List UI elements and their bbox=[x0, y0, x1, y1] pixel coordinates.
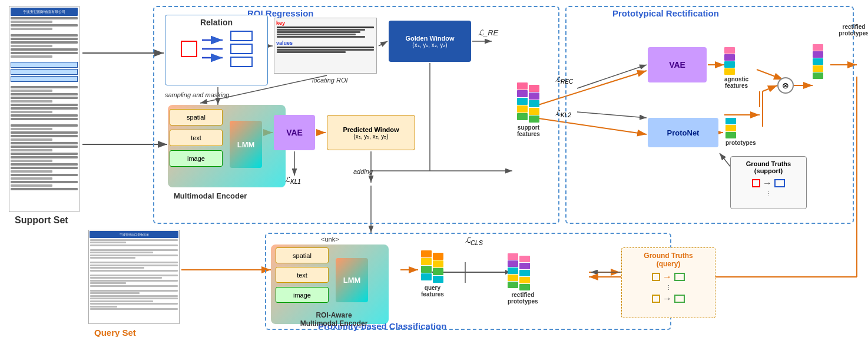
query-features-label: queryfeatures bbox=[421, 285, 444, 298]
relation-arrows-svg bbox=[202, 34, 226, 64]
vae-label-mid: VAE bbox=[286, 128, 303, 137]
roi-doc-box: key values bbox=[274, 18, 377, 74]
image-label: image bbox=[187, 155, 205, 162]
query-text-box: text bbox=[276, 267, 329, 283]
sampling-masking-label: sampling and masking bbox=[165, 91, 229, 98]
spatial-box: spatial bbox=[170, 109, 223, 125]
image-box: image bbox=[170, 150, 223, 167]
vae-box-proto: VAE bbox=[648, 47, 707, 82]
support-doc-header: 宁波安世国际物流有限公司 bbox=[11, 8, 78, 16]
rectified-proto-bottom-label: rectifiedprototypes bbox=[508, 292, 538, 305]
predicted-window-box: Predicted Window (x₁, y₁, x₂, y₂) bbox=[327, 115, 415, 150]
golden-window-label: Golden Window bbox=[406, 35, 455, 42]
query-doc-header: 宁波安世出口货物运单 bbox=[90, 231, 178, 238]
roi-aware-encoder-label: ROI-AwareMultimodal Encoder bbox=[275, 311, 393, 328]
l-kl1-label: ℒKL1 bbox=[285, 176, 301, 185]
l-cls-label: ℒCLS bbox=[465, 236, 483, 246]
prototypes-container: prototypes bbox=[725, 118, 756, 146]
relation-icons bbox=[181, 31, 253, 67]
proto-rect-title: Prototypical Rectification bbox=[612, 8, 719, 18]
proto-rect-box bbox=[565, 6, 854, 224]
roi-values-label: values bbox=[276, 40, 375, 46]
arrows-block bbox=[202, 34, 226, 64]
lmm-box-query: LMM bbox=[336, 258, 368, 302]
golden-window-coords: (x₁, y₁, x₂, y₂) bbox=[412, 42, 447, 48]
lmm-box-top: LMM bbox=[230, 121, 262, 168]
gt-support-box: Ground Truths(support) → ⋮ bbox=[730, 156, 807, 209]
predicted-window-coords: (x₁, y₁, x₂, y₂) bbox=[353, 133, 388, 140]
text-label: text bbox=[191, 134, 201, 141]
gt-support-title: Ground Truths(support) bbox=[734, 160, 803, 174]
gt-query-box: Ground Truths(query) → ⋮ → bbox=[621, 247, 715, 318]
query-spatial-label: spatial bbox=[293, 252, 312, 259]
agnostic-features-label: agnosticfeatures bbox=[724, 76, 748, 89]
l-rec-label: ℒREC bbox=[555, 75, 573, 85]
diagram-container: 宁波安世国际物流有限公司 bbox=[0, 0, 868, 337]
query-features-container: queryfeatures bbox=[421, 250, 444, 298]
predicted-window-label: Predicted Window bbox=[343, 126, 399, 133]
query-spatial-box: spatial bbox=[276, 247, 329, 263]
support-set-label: Support Set bbox=[15, 215, 68, 226]
relation-box: Relation bbox=[165, 15, 268, 85]
support-features-container: supportfeatures bbox=[517, 82, 540, 137]
locating-roi-label: locating ROI bbox=[312, 77, 348, 84]
protonet-box: ProtoNet bbox=[648, 118, 718, 147]
query-text-label: text bbox=[297, 272, 307, 279]
query-set-label: Query Set bbox=[94, 328, 136, 337]
otimes-symbol: ⊗ bbox=[777, 77, 794, 94]
support-features-label: supportfeatures bbox=[517, 124, 540, 137]
gt-query-title: Ground Truths(query) bbox=[625, 252, 711, 268]
query-image-label: image bbox=[293, 292, 311, 299]
vae-box-mid: VAE bbox=[274, 115, 315, 150]
protonet-label: ProtoNet bbox=[667, 128, 700, 137]
unk-label: <unk> bbox=[321, 236, 339, 243]
roi-key-label: key bbox=[276, 20, 375, 26]
spatial-label: spatial bbox=[187, 114, 206, 121]
vae-label-proto: VAE bbox=[669, 60, 685, 70]
rectified-proto-top-container bbox=[813, 44, 823, 79]
adding-label: adding bbox=[353, 168, 373, 175]
l-kl2-label: ℒKL2 bbox=[555, 109, 571, 118]
red-square-icon bbox=[181, 41, 197, 57]
prototypes-label: prototypes bbox=[725, 140, 756, 146]
relation-title: Relation bbox=[200, 18, 233, 27]
text-box: text bbox=[170, 130, 223, 146]
rectified-proto-top-label: rectified prototypes bbox=[833, 24, 868, 37]
rectified-proto-bottom-container: rectifiedprototypes bbox=[508, 253, 538, 305]
l-re-label: ℒ_RE bbox=[478, 28, 498, 37]
query-image-box: image bbox=[276, 287, 329, 303]
support-doc: 宁波安世国际物流有限公司 bbox=[9, 6, 79, 212]
agnostic-features-container: agnosticfeatures bbox=[724, 47, 748, 89]
lmm-label-query: LMM bbox=[343, 276, 361, 285]
multimodal-encoder-label: Multimodal Encoder bbox=[174, 191, 247, 200]
blue-rects bbox=[230, 31, 253, 67]
query-doc: 宁波安世出口货物运单 bbox=[88, 230, 180, 324]
lmm-label-top: LMM bbox=[237, 140, 255, 149]
golden-window-box: Golden Window (x₁, y₁, x₂, y₂) bbox=[389, 21, 471, 62]
